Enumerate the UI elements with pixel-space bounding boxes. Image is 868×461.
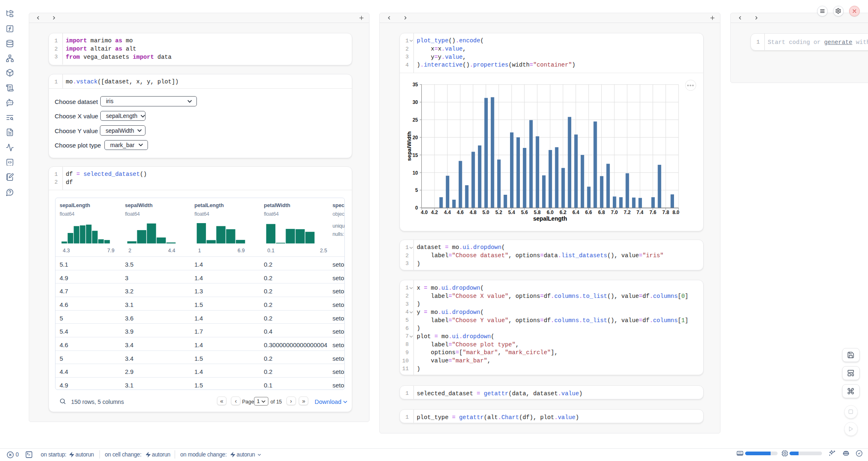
svg-text:7.4: 7.4 bbox=[637, 209, 644, 215]
svg-text:30: 30 bbox=[413, 99, 418, 105]
svg-text:15: 15 bbox=[413, 152, 418, 158]
svg-text:7.8: 7.8 bbox=[662, 209, 669, 215]
svg-text:4.4: 4.4 bbox=[444, 209, 451, 215]
svg-text:7.6: 7.6 bbox=[649, 209, 656, 215]
svg-text:8.0: 8.0 bbox=[672, 209, 679, 215]
svg-text:0: 0 bbox=[415, 205, 418, 211]
svg-text:5.4: 5.4 bbox=[508, 209, 515, 215]
svg-text:10: 10 bbox=[413, 170, 418, 175]
svg-text:6.0: 6.0 bbox=[547, 209, 554, 215]
svg-text:7.2: 7.2 bbox=[624, 209, 631, 215]
svg-text:6.4: 6.4 bbox=[573, 209, 579, 215]
svg-text:5.2: 5.2 bbox=[495, 209, 502, 215]
svg-text:sepalLength: sepalLength bbox=[533, 215, 567, 222]
svg-text:6.6: 6.6 bbox=[585, 209, 592, 215]
svg-text:25: 25 bbox=[413, 117, 418, 123]
svg-text:4.6: 4.6 bbox=[457, 209, 464, 215]
svg-text:4.8: 4.8 bbox=[470, 209, 477, 215]
svg-text:5: 5 bbox=[415, 187, 418, 193]
svg-text:6.8: 6.8 bbox=[598, 209, 605, 215]
svg-text:20: 20 bbox=[413, 135, 418, 141]
svg-text:4.2: 4.2 bbox=[431, 209, 438, 215]
svg-text:7.0: 7.0 bbox=[611, 209, 618, 215]
svg-text:35: 35 bbox=[413, 82, 418, 88]
svg-text:5.0: 5.0 bbox=[482, 209, 489, 215]
svg-text:6.2: 6.2 bbox=[559, 209, 566, 215]
svg-text:4.0: 4.0 bbox=[421, 209, 428, 215]
svg-text:sepalWidth: sepalWidth bbox=[406, 131, 412, 161]
svg-text:5.6: 5.6 bbox=[521, 209, 528, 215]
svg-text:5.8: 5.8 bbox=[534, 209, 541, 215]
